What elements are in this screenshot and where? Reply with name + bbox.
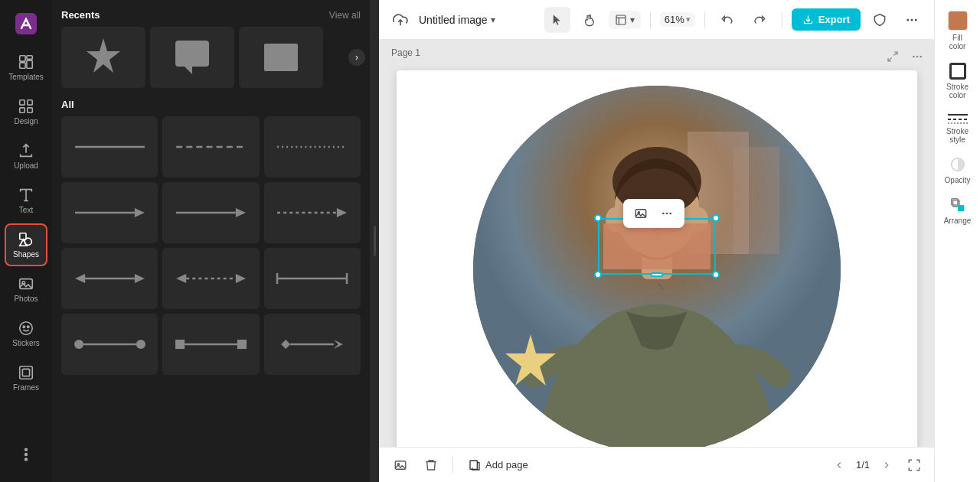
shape-item-bidir-arrow[interactable] [61,248,158,309]
shape-item-bidir-blocked[interactable] [264,248,361,309]
canvas-area[interactable]: Page 1 [379,40,934,447]
stroke-style-label: Strokestyle [946,127,969,144]
view-options-chevron-icon: ▾ [630,15,635,25]
arrange-label: Arrange [944,217,972,225]
opacity-label: Opacity [945,176,971,184]
view-options-button[interactable]: ▾ [609,11,641,29]
fullscreen-button[interactable] [903,454,925,476]
svg-rect-3 [20,63,25,68]
page-next-button[interactable] [876,454,897,476]
bottom-trash-button[interactable] [419,453,443,477]
shield-icon[interactable] [867,7,893,33]
svg-marker-21 [87,38,120,73]
recents-next-arrow[interactable]: › [348,49,365,66]
svg-point-43 [74,340,83,349]
svg-marker-36 [134,274,144,283]
sidebar-item-stickers-label: Stickers [12,339,40,347]
page-prev-button[interactable] [828,454,850,476]
view-all-link[interactable]: View all [329,10,361,21]
shape-item-square-line-square[interactable] [162,314,259,375]
svg-rect-0 [15,13,37,34]
shape-item-dashed-line[interactable] [162,116,259,177]
right-panel-stroke-style[interactable]: Strokestyle [938,107,978,148]
svg-rect-16 [20,366,33,379]
icon-sidebar: Templates Design Upload Text Shapes [0,0,52,482]
sidebar-item-frames-label: Frames [13,383,39,392]
svg-marker-39 [236,274,246,283]
hand-tool-button[interactable] [577,7,603,33]
shape-item-arrow-right-medium[interactable] [162,182,259,243]
shape-item-diamond-line-diamond[interactable] [264,314,361,375]
ctx-more-button[interactable] [655,203,678,224]
sidebar-item-frames[interactable]: Frames [5,357,47,399]
svg-marker-31 [236,208,246,217]
svg-rect-1 [20,56,25,61]
right-panel-stroke-color[interactable]: Strokecolor [938,58,978,104]
opacity-icon [949,156,966,173]
recent-item-rect[interactable] [239,27,323,88]
redo-button[interactable] [746,7,773,33]
sidebar-item-templates[interactable]: Templates [5,46,47,89]
svg-marker-51 [334,340,343,349]
handle-bottom-right[interactable] [712,271,720,278]
svg-rect-48 [237,340,247,349]
document-title[interactable]: Untitled image ▾ [419,14,495,26]
svg-point-78 [662,213,665,215]
svg-point-54 [911,18,913,21]
page-expand-icon[interactable] [882,46,903,67]
shape-item-bidir-arrow-dotted[interactable] [162,248,259,309]
svg-line-57 [888,57,892,61]
svg-marker-23 [185,67,192,74]
arrange-icon [949,197,966,213]
panel-collapse-strip[interactable] [370,0,379,482]
add-page-label: Add page [485,459,528,471]
ctx-image-button[interactable] [629,203,652,224]
page-label: Page 1 [391,47,420,58]
handle-bottom-mid[interactable] [651,272,663,277]
sidebar-item-upload[interactable]: Upload [5,135,47,177]
bottom-image-button[interactable] [388,453,413,477]
shapes-grid [61,116,361,375]
right-panel-fill-color[interactable]: Fillcolor [938,6,978,55]
pointer-tool-button[interactable] [544,7,570,33]
fill-color-label: Fillcolor [949,34,966,50]
shape-item-arrow-right-solid[interactable] [61,182,158,243]
right-panel-arrange[interactable]: Arrange [938,192,978,230]
svg-marker-37 [176,274,186,283]
shape-item-dotted-line[interactable] [264,116,361,177]
topbar-divider-3 [782,11,782,28]
shape-item-circle-line-circle[interactable] [61,314,158,375]
sidebar-item-design-label: Design [14,117,38,125]
sidebar-item-photos[interactable]: Photos [5,268,47,311]
rotate-handle[interactable] [649,281,665,296]
zoom-chevron-icon: ▾ [686,15,691,24]
svg-point-80 [669,213,671,215]
shape-item-solid-line[interactable] [61,116,158,177]
sidebar-item-design[interactable]: Design [5,90,47,133]
more-options-button[interactable] [899,7,925,33]
right-panel: Fillcolor Strokecolor Strokestyle Opacit… [934,0,980,482]
app-logo[interactable] [5,6,47,41]
export-button[interactable]: Export [792,8,861,31]
recent-item-speech-bubble[interactable] [150,27,234,88]
sidebar-item-text[interactable]: Text [5,179,47,222]
add-page-button[interactable]: Add page [462,455,534,475]
shape-item-arrow-right-dotted[interactable] [264,182,361,243]
topbar-divider-2 [704,11,705,28]
recent-item-star[interactable] [61,27,145,88]
sidebar-item-shapes-label: Shapes [13,250,39,259]
star-shape[interactable] [496,331,565,399]
sidebar-item-more[interactable] [5,433,47,476]
stroke-style-icon [948,112,968,124]
handle-top-right[interactable] [712,214,720,222]
undo-button[interactable] [714,7,740,33]
zoom-control[interactable]: 61% ▾ [660,12,695,27]
page-more-icon[interactable] [906,46,928,67]
sidebar-item-shapes[interactable]: Shapes [5,223,47,266]
handle-bottom-left[interactable] [594,271,602,278]
right-panel-opacity[interactable]: Opacity [938,151,978,189]
stroke-color-swatch [949,63,966,80]
sidebar-item-stickers[interactable]: Stickers [5,312,47,355]
handle-top-left[interactable] [594,214,602,222]
sidebar-item-upload-label: Upload [14,161,38,170]
